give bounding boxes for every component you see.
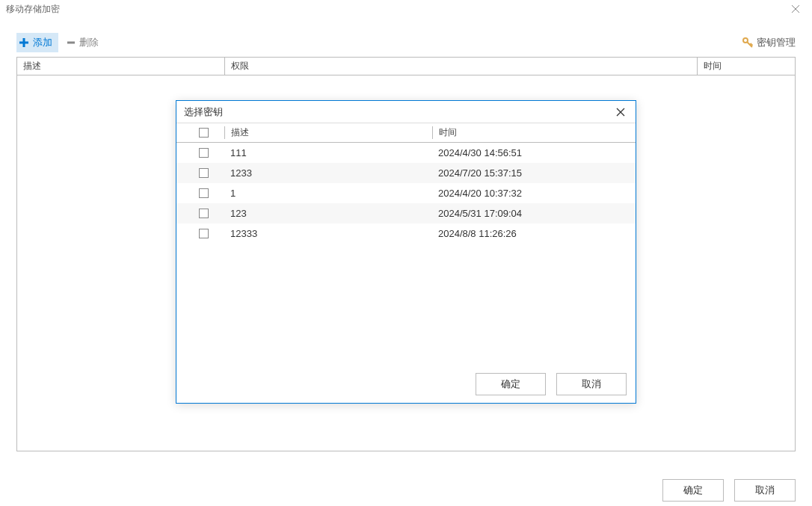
add-button[interactable]: 添加 [16, 33, 58, 52]
row-description: 1233 [224, 167, 432, 179]
delete-button[interactable]: 删除 [66, 36, 99, 49]
main-ok-button[interactable]: 确定 [662, 479, 724, 502]
main-table-header: 描述 权限 时间 [17, 58, 795, 75]
main-header-description[interactable]: 描述 [17, 58, 225, 75]
dialog-table-body: 1112024/4/30 14:56:5112332024/7/20 15:37… [176, 143, 636, 365]
row-checkbox[interactable] [199, 229, 209, 238]
dialog-titlebar: 选择密钥 [176, 101, 636, 123]
dialog-bottom-buttons: 确定 取消 [176, 365, 636, 403]
dialog-header-checkbox-col [182, 128, 224, 138]
select-key-dialog: 选择密钥 描述 时间 1112024/4/30 14:56:5112332024… [176, 100, 636, 404]
row-checkbox[interactable] [199, 209, 209, 218]
main-header-permission[interactable]: 权限 [225, 58, 698, 75]
main-header-time[interactable]: 时间 [698, 58, 795, 75]
table-row[interactable]: 12332024/7/20 15:37:15 [176, 163, 636, 183]
row-time: 2024/8/8 11:26:26 [432, 228, 636, 239]
main-bottom-buttons: 确定 取消 [662, 479, 796, 502]
table-row[interactable]: 123332024/8/8 11:26:26 [176, 223, 636, 244]
dialog-table-header: 描述 时间 [176, 123, 636, 143]
key-icon [742, 37, 754, 49]
row-checkbox[interactable] [199, 188, 209, 198]
row-checkbox-cell [182, 188, 224, 198]
row-checkbox-cell [182, 209, 224, 218]
select-all-checkbox[interactable] [199, 128, 209, 138]
main-toolbar: 添加 删除 密钥管理 [0, 18, 812, 57]
row-time: 2024/4/20 10:37:32 [432, 188, 636, 199]
row-description: 1 [224, 188, 432, 199]
key-management-button[interactable]: 密钥管理 [742, 36, 796, 49]
row-time: 2024/4/30 14:56:51 [432, 147, 636, 158]
dialog-title: 选择密钥 [184, 105, 223, 119]
row-description: 123 [224, 208, 432, 219]
row-checkbox-cell [182, 148, 224, 158]
close-icon [616, 108, 625, 117]
row-checkbox[interactable] [199, 168, 209, 178]
row-time: 2024/5/31 17:09:04 [432, 208, 636, 219]
window-close-button[interactable] [787, 0, 805, 18]
row-checkbox[interactable] [199, 148, 209, 158]
table-row[interactable]: 12024/4/20 10:37:32 [176, 183, 636, 203]
dialog-ok-button[interactable]: 确定 [476, 373, 546, 395]
row-description: 12333 [224, 228, 432, 239]
table-row[interactable]: 1232024/5/31 17:09:04 [176, 203, 636, 223]
window-titlebar: 移动存储加密 [0, 0, 812, 18]
row-checkbox-cell [182, 229, 224, 238]
dialog-cancel-button[interactable]: 取消 [556, 373, 627, 395]
delete-label: 删除 [79, 36, 99, 49]
row-time: 2024/7/20 15:37:15 [432, 167, 636, 179]
toolbar-right: 密钥管理 [742, 36, 796, 49]
close-icon [791, 4, 800, 13]
add-label: 添加 [33, 36, 52, 49]
key-management-label: 密钥管理 [757, 36, 796, 49]
window-title: 移动存储加密 [6, 3, 60, 16]
main-cancel-button[interactable]: 取消 [734, 479, 796, 502]
dialog-header-time[interactable]: 时间 [432, 126, 636, 139]
dialog-header-description[interactable]: 描述 [224, 126, 432, 139]
toolbar-left: 添加 删除 [16, 33, 99, 52]
dialog-close-button[interactable] [613, 105, 628, 120]
plus-icon [18, 37, 30, 49]
row-checkbox-cell [182, 168, 224, 178]
row-description: 111 [224, 147, 432, 158]
table-row[interactable]: 1112024/4/30 14:56:51 [176, 143, 636, 163]
minus-icon [66, 37, 76, 48]
